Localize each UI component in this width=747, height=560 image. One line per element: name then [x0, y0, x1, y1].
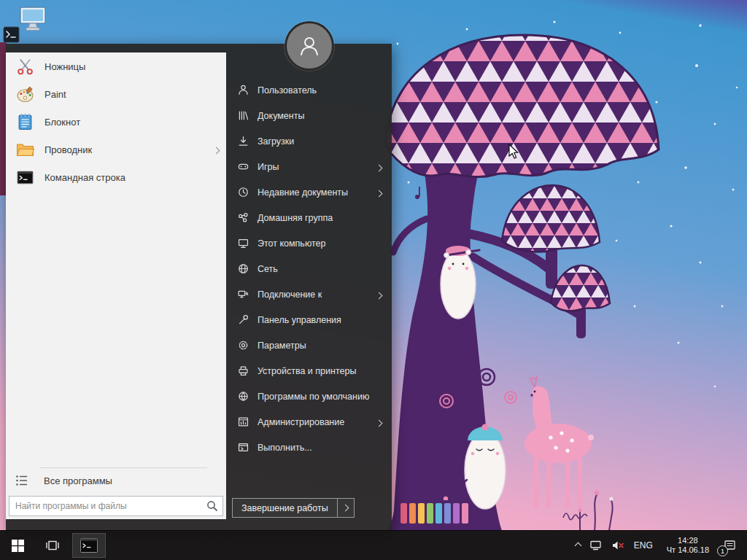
start-menu-left-panel: Ножницы Paint [6, 52, 226, 519]
default-programs-globe-icon [236, 390, 249, 403]
menu-item-label: Сеть [258, 264, 278, 274]
menu-item-label: Недавние документы [258, 187, 348, 198]
chevron-up-icon [574, 542, 581, 549]
user-icon [236, 84, 249, 97]
command-prompt-icon [15, 167, 35, 187]
start-menu-item-recent-documents[interactable]: Недавние документы [226, 179, 392, 205]
chevron-right-icon [376, 416, 382, 429]
menu-item-label: Проводник [44, 144, 92, 155]
start-menu-item-documents[interactable]: Документы [226, 103, 392, 128]
menu-item-label: Выполнить... [258, 443, 312, 453]
start-menu-right-panel: Пользователь Документы Загрузки [226, 44, 392, 531]
start-menu-item-default-programs[interactable]: Программы по умолчанию [226, 384, 392, 409]
clock[interactable]: 14:28 Чт 14.06.18 [657, 531, 719, 560]
task-view-icon [45, 539, 60, 552]
menu-item-label: Документы [258, 111, 304, 121]
wrench-icon [236, 314, 249, 327]
connect-signal-icon [236, 288, 249, 301]
chevron-right-icon [376, 160, 382, 174]
start-menu-item-devices-printers[interactable]: Устройства и принтеры [226, 358, 392, 384]
start-menu-item-user[interactable]: Пользователь [226, 77, 392, 103]
search-box [9, 496, 223, 516]
start-menu-right-list: Пользователь Документы Загрузки [226, 77, 392, 460]
clock-icon [236, 186, 249, 199]
paint-palette-icon [15, 84, 35, 104]
left-panel-separator [39, 467, 207, 468]
system-tray: ENG 14:28 Чт 14.06.18 1 [571, 531, 747, 560]
start-menu-item-paint[interactable]: Paint [6, 80, 226, 108]
chevron-right-icon [376, 186, 382, 199]
start-menu: Ножницы Paint [6, 44, 392, 531]
start-menu-item-snipping-tool[interactable]: Ножницы [6, 52, 226, 80]
start-menu-item-control-panel[interactable]: Панель управления [226, 307, 392, 332]
network-tray-icon[interactable] [585, 531, 607, 560]
start-menu-item-network[interactable]: Сеть [226, 256, 392, 281]
action-center-button[interactable]: 1 [719, 531, 741, 560]
gear-icon [236, 339, 249, 352]
menu-item-label: Программы по умолчанию [258, 392, 369, 402]
menu-item-label: Панель управления [258, 315, 341, 325]
chevron-right-icon [376, 288, 382, 301]
language-label: ENG [634, 540, 653, 551]
language-indicator[interactable]: ENG [630, 531, 657, 560]
menu-item-label: Пользователь [258, 85, 317, 96]
menu-item-label: Загрузки [258, 136, 294, 147]
documents-icon [236, 109, 249, 122]
desktop-icon-computer[interactable] [19, 5, 47, 34]
printer-icon [236, 365, 249, 378]
homegroup-icon [236, 211, 249, 225]
shutdown-label: Завершение работы [233, 499, 337, 517]
search-icon[interactable] [206, 499, 219, 513]
task-view-button[interactable] [35, 531, 70, 560]
scissors-icon [15, 56, 35, 77]
start-menu-item-run[interactable]: Выполнить... [226, 435, 392, 460]
start-menu-item-connect-to[interactable]: Подключение к [226, 281, 392, 307]
desktop: Ножницы Paint [0, 0, 747, 560]
globe-icon [236, 262, 249, 276]
taskbar-app-cmd[interactable] [72, 533, 106, 558]
clock-time: 14:28 [667, 536, 709, 545]
start-menu-item-cmd[interactable]: Командная строка [6, 163, 226, 191]
start-menu-item-this-pc[interactable]: Этот компьютер [226, 230, 392, 256]
menu-item-label: Командная строка [44, 172, 125, 183]
menu-item-label: Блокнот [44, 117, 80, 128]
notepad-icon [15, 112, 35, 132]
menu-item-label: Ножницы [44, 61, 85, 72]
search-input[interactable] [9, 501, 206, 511]
start-menu-item-explorer[interactable]: Проводник [6, 136, 226, 163]
download-icon [236, 135, 249, 148]
administration-chart-icon [236, 416, 249, 429]
start-menu-item-notepad[interactable]: Блокнот [6, 108, 226, 136]
command-prompt-icon [80, 537, 98, 553]
computer-icon [236, 237, 249, 250]
shutdown-options-arrow[interactable] [337, 499, 354, 517]
shutdown-button[interactable]: Завершение работы [232, 498, 355, 518]
windows-logo-icon [11, 539, 25, 553]
user-avatar[interactable] [287, 23, 332, 69]
mouse-cursor [508, 144, 520, 160]
all-programs-button[interactable]: Все программы [15, 472, 112, 489]
start-menu-item-downloads[interactable]: Загрузки [226, 128, 392, 154]
start-menu-item-games[interactable]: Игры [226, 154, 392, 179]
menu-item-label: Параметры [258, 341, 306, 351]
menu-item-label: Этот компьютер [258, 238, 325, 249]
menu-item-label: Игры [258, 162, 279, 172]
menu-item-label: Paint [44, 89, 66, 100]
start-button[interactable] [0, 531, 35, 560]
folder-icon [15, 139, 35, 160]
taskbar: ENG 14:28 Чт 14.06.18 1 [0, 530, 747, 560]
all-programs-list-icon [15, 473, 29, 488]
menu-item-label: Подключение к [258, 289, 322, 300]
notification-badge: 1 [717, 545, 728, 556]
chevron-right-icon [214, 143, 219, 156]
desktop-icon-console-shortcut[interactable] [3, 26, 20, 43]
tray-expand-button[interactable] [571, 531, 585, 560]
start-menu-item-homegroup[interactable]: Домашняя группа [226, 205, 392, 230]
all-programs-label: Все программы [44, 475, 112, 486]
start-menu-item-settings[interactable]: Параметры [226, 332, 392, 358]
menu-item-label: Администрирование [258, 417, 344, 427]
menu-item-label: Устройства и принтеры [258, 366, 356, 376]
menu-item-label: Домашняя группа [258, 213, 333, 223]
start-menu-item-administration[interactable]: Администрирование [226, 409, 392, 435]
volume-muted-icon[interactable] [607, 531, 630, 560]
